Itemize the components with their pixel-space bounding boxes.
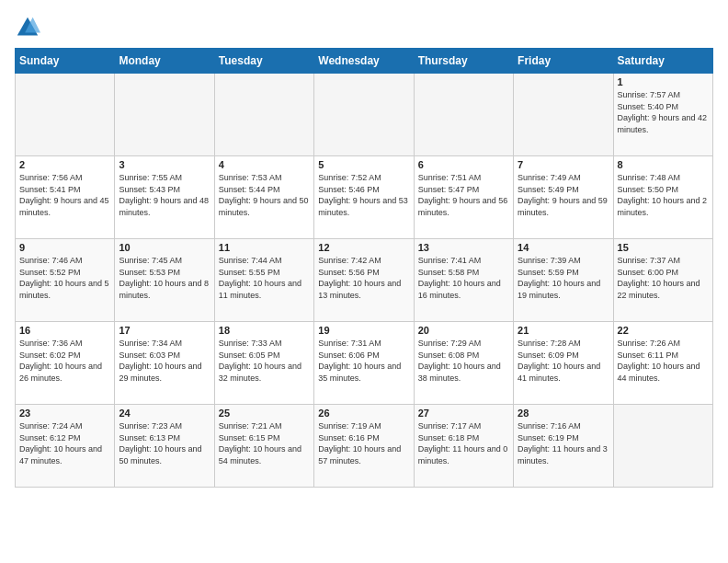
day-number: 20 bbox=[418, 325, 509, 336]
calendar-cell bbox=[214, 74, 313, 156]
day-number: 28 bbox=[518, 408, 609, 419]
day-info: Sunrise: 7:49 AM Sunset: 5:49 PM Dayligh… bbox=[518, 172, 609, 218]
header-friday: Friday bbox=[514, 49, 613, 74]
day-number: 23 bbox=[19, 408, 110, 419]
day-number: 11 bbox=[219, 242, 310, 253]
calendar-cell bbox=[16, 74, 115, 156]
day-info: Sunrise: 7:55 AM Sunset: 5:43 PM Dayligh… bbox=[119, 172, 210, 218]
day-info: Sunrise: 7:17 AM Sunset: 6:18 PM Dayligh… bbox=[418, 420, 509, 466]
day-info: Sunrise: 7:44 AM Sunset: 5:55 PM Dayligh… bbox=[219, 255, 310, 301]
day-number: 25 bbox=[219, 408, 310, 419]
day-number: 2 bbox=[19, 159, 110, 170]
calendar-cell: 28Sunrise: 7:16 AM Sunset: 6:19 PM Dayli… bbox=[514, 405, 613, 488]
calendar-cell bbox=[115, 74, 214, 156]
day-info: Sunrise: 7:57 AM Sunset: 5:40 PM Dayligh… bbox=[618, 89, 709, 135]
day-info: Sunrise: 7:26 AM Sunset: 6:11 PM Dayligh… bbox=[618, 338, 709, 384]
day-info: Sunrise: 7:28 AM Sunset: 6:09 PM Dayligh… bbox=[518, 338, 609, 384]
day-number: 4 bbox=[219, 159, 310, 170]
calendar-cell: 4Sunrise: 7:53 AM Sunset: 5:44 PM Daylig… bbox=[214, 156, 313, 239]
day-number: 12 bbox=[318, 242, 409, 253]
day-number: 27 bbox=[418, 408, 509, 419]
day-info: Sunrise: 7:33 AM Sunset: 6:05 PM Dayligh… bbox=[219, 338, 310, 384]
calendar-cell bbox=[314, 74, 414, 156]
calendar-cell: 6Sunrise: 7:51 AM Sunset: 5:47 PM Daylig… bbox=[414, 156, 513, 239]
day-info: Sunrise: 7:53 AM Sunset: 5:44 PM Dayligh… bbox=[219, 172, 310, 218]
calendar-cell: 27Sunrise: 7:17 AM Sunset: 6:18 PM Dayli… bbox=[414, 405, 513, 488]
header-saturday: Saturday bbox=[613, 49, 712, 74]
day-info: Sunrise: 7:16 AM Sunset: 6:19 PM Dayligh… bbox=[518, 420, 609, 466]
day-number: 8 bbox=[618, 159, 709, 170]
day-number: 5 bbox=[318, 159, 409, 170]
day-info: Sunrise: 7:56 AM Sunset: 5:41 PM Dayligh… bbox=[19, 172, 110, 218]
day-number: 15 bbox=[618, 242, 709, 253]
calendar-cell: 21Sunrise: 7:28 AM Sunset: 6:09 PM Dayli… bbox=[514, 322, 613, 405]
day-info: Sunrise: 7:21 AM Sunset: 6:15 PM Dayligh… bbox=[219, 420, 310, 466]
day-info: Sunrise: 7:51 AM Sunset: 5:47 PM Dayligh… bbox=[418, 172, 509, 218]
day-number: 13 bbox=[418, 242, 509, 253]
day-info: Sunrise: 7:45 AM Sunset: 5:53 PM Dayligh… bbox=[119, 255, 210, 301]
calendar-cell: 9Sunrise: 7:46 AM Sunset: 5:52 PM Daylig… bbox=[16, 239, 115, 322]
day-info: Sunrise: 7:29 AM Sunset: 6:08 PM Dayligh… bbox=[418, 338, 509, 384]
calendar-cell: 20Sunrise: 7:29 AM Sunset: 6:08 PM Dayli… bbox=[414, 322, 513, 405]
calendar-cell: 12Sunrise: 7:42 AM Sunset: 5:56 PM Dayli… bbox=[314, 239, 414, 322]
calendar-cell bbox=[613, 405, 712, 488]
calendar-cell: 17Sunrise: 7:34 AM Sunset: 6:03 PM Dayli… bbox=[115, 322, 214, 405]
day-number: 6 bbox=[418, 159, 509, 170]
calendar-cell: 24Sunrise: 7:23 AM Sunset: 6:13 PM Dayli… bbox=[115, 405, 214, 488]
calendar-cell: 11Sunrise: 7:44 AM Sunset: 5:55 PM Dayli… bbox=[214, 239, 313, 322]
calendar-cell: 26Sunrise: 7:19 AM Sunset: 6:16 PM Dayli… bbox=[314, 405, 414, 488]
day-number: 26 bbox=[318, 408, 409, 419]
header-monday: Monday bbox=[115, 49, 214, 74]
header-thursday: Thursday bbox=[414, 49, 513, 74]
day-number: 9 bbox=[19, 242, 110, 253]
calendar-week-5: 23Sunrise: 7:24 AM Sunset: 6:12 PM Dayli… bbox=[16, 405, 713, 488]
page-header bbox=[15, 15, 713, 40]
day-number: 22 bbox=[618, 325, 709, 336]
calendar-cell bbox=[514, 74, 613, 156]
header-wednesday: Wednesday bbox=[314, 49, 414, 74]
calendar-cell: 2Sunrise: 7:56 AM Sunset: 5:41 PM Daylig… bbox=[16, 156, 115, 239]
day-info: Sunrise: 7:36 AM Sunset: 6:02 PM Dayligh… bbox=[19, 338, 110, 384]
calendar-cell: 13Sunrise: 7:41 AM Sunset: 5:58 PM Dayli… bbox=[414, 239, 513, 322]
day-number: 17 bbox=[119, 325, 210, 336]
calendar-cell: 8Sunrise: 7:48 AM Sunset: 5:50 PM Daylig… bbox=[613, 156, 712, 239]
day-info: Sunrise: 7:48 AM Sunset: 5:50 PM Dayligh… bbox=[618, 172, 709, 218]
calendar-cell: 7Sunrise: 7:49 AM Sunset: 5:49 PM Daylig… bbox=[514, 156, 613, 239]
calendar-cell: 1Sunrise: 7:57 AM Sunset: 5:40 PM Daylig… bbox=[613, 74, 712, 156]
day-info: Sunrise: 7:24 AM Sunset: 6:12 PM Dayligh… bbox=[19, 420, 110, 466]
logo bbox=[15, 15, 44, 40]
day-number: 21 bbox=[518, 325, 609, 336]
day-number: 16 bbox=[19, 325, 110, 336]
day-number: 10 bbox=[119, 242, 210, 253]
calendar-cell: 19Sunrise: 7:31 AM Sunset: 6:06 PM Dayli… bbox=[314, 322, 414, 405]
day-info: Sunrise: 7:46 AM Sunset: 5:52 PM Dayligh… bbox=[19, 255, 110, 301]
calendar-week-2: 2Sunrise: 7:56 AM Sunset: 5:41 PM Daylig… bbox=[16, 156, 713, 239]
header-sunday: Sunday bbox=[16, 49, 115, 74]
calendar-cell: 5Sunrise: 7:52 AM Sunset: 5:46 PM Daylig… bbox=[314, 156, 414, 239]
day-info: Sunrise: 7:23 AM Sunset: 6:13 PM Dayligh… bbox=[119, 420, 210, 466]
day-number: 19 bbox=[318, 325, 409, 336]
calendar-cell: 15Sunrise: 7:37 AM Sunset: 6:00 PM Dayli… bbox=[613, 239, 712, 322]
day-number: 14 bbox=[518, 242, 609, 253]
calendar-week-3: 9Sunrise: 7:46 AM Sunset: 5:52 PM Daylig… bbox=[16, 239, 713, 322]
day-number: 3 bbox=[119, 159, 210, 170]
calendar-cell: 23Sunrise: 7:24 AM Sunset: 6:12 PM Dayli… bbox=[16, 405, 115, 488]
calendar-cell: 22Sunrise: 7:26 AM Sunset: 6:11 PM Dayli… bbox=[613, 322, 712, 405]
day-info: Sunrise: 7:52 AM Sunset: 5:46 PM Dayligh… bbox=[318, 172, 409, 218]
day-info: Sunrise: 7:39 AM Sunset: 5:59 PM Dayligh… bbox=[518, 255, 609, 301]
day-number: 1 bbox=[618, 76, 709, 87]
day-number: 24 bbox=[119, 408, 210, 419]
logo-icon bbox=[15, 15, 40, 40]
calendar-cell: 14Sunrise: 7:39 AM Sunset: 5:59 PM Dayli… bbox=[514, 239, 613, 322]
calendar-cell bbox=[414, 74, 513, 156]
day-info: Sunrise: 7:42 AM Sunset: 5:56 PM Dayligh… bbox=[318, 255, 409, 301]
day-info: Sunrise: 7:41 AM Sunset: 5:58 PM Dayligh… bbox=[418, 255, 509, 301]
calendar-week-1: 1Sunrise: 7:57 AM Sunset: 5:40 PM Daylig… bbox=[16, 74, 713, 156]
header-tuesday: Tuesday bbox=[214, 49, 313, 74]
day-number: 18 bbox=[219, 325, 310, 336]
calendar-cell: 18Sunrise: 7:33 AM Sunset: 6:05 PM Dayli… bbox=[214, 322, 313, 405]
calendar-week-4: 16Sunrise: 7:36 AM Sunset: 6:02 PM Dayli… bbox=[16, 322, 713, 405]
calendar-cell: 16Sunrise: 7:36 AM Sunset: 6:02 PM Dayli… bbox=[16, 322, 115, 405]
calendar-cell: 10Sunrise: 7:45 AM Sunset: 5:53 PM Dayli… bbox=[115, 239, 214, 322]
day-info: Sunrise: 7:37 AM Sunset: 6:00 PM Dayligh… bbox=[618, 255, 709, 301]
